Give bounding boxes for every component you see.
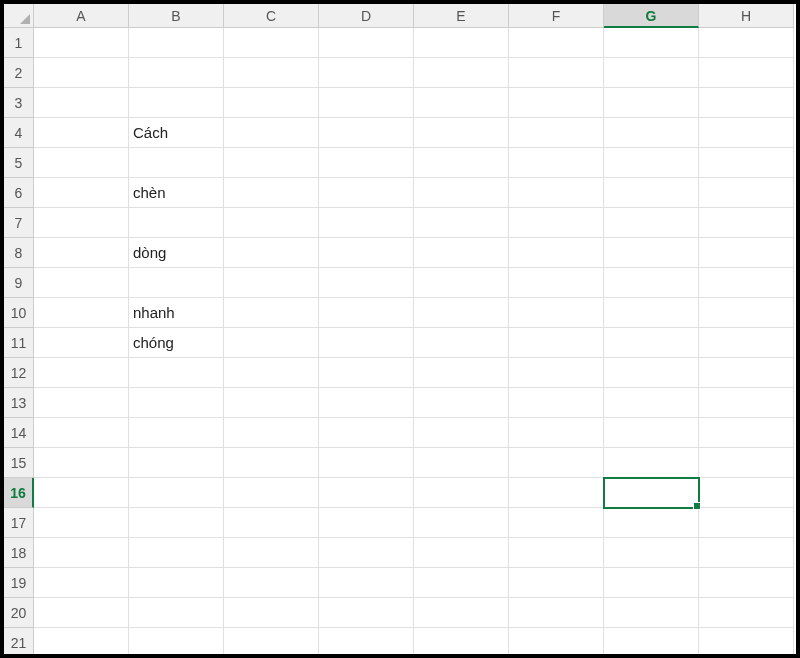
cell-g19[interactable] <box>604 568 699 598</box>
cell-d7[interactable] <box>319 208 414 238</box>
cell-d19[interactable] <box>319 568 414 598</box>
row-header-9[interactable]: 9 <box>4 268 34 298</box>
cell-e2[interactable] <box>414 58 509 88</box>
cell-d13[interactable] <box>319 388 414 418</box>
cell-h20[interactable] <box>699 598 794 628</box>
cell-a6[interactable] <box>34 178 129 208</box>
cell-g17[interactable] <box>604 508 699 538</box>
cell-f16[interactable] <box>509 478 604 508</box>
cell-h13[interactable] <box>699 388 794 418</box>
cell-d9[interactable] <box>319 268 414 298</box>
row-header-3[interactable]: 3 <box>4 88 34 118</box>
cell-c8[interactable] <box>224 238 319 268</box>
cell-a10[interactable] <box>34 298 129 328</box>
cell-e7[interactable] <box>414 208 509 238</box>
cell-b21[interactable] <box>129 628 224 658</box>
column-header-a[interactable]: A <box>34 4 129 28</box>
row-header-6[interactable]: 6 <box>4 178 34 208</box>
cell-c5[interactable] <box>224 148 319 178</box>
row-header-7[interactable]: 7 <box>4 208 34 238</box>
cell-b18[interactable] <box>129 538 224 568</box>
row-header-11[interactable]: 11 <box>4 328 34 358</box>
row-header-14[interactable]: 14 <box>4 418 34 448</box>
cell-b10[interactable]: nhanh <box>129 298 224 328</box>
cell-a17[interactable] <box>34 508 129 538</box>
cell-e16[interactable] <box>414 478 509 508</box>
cell-h12[interactable] <box>699 358 794 388</box>
cell-f11[interactable] <box>509 328 604 358</box>
cell-b20[interactable] <box>129 598 224 628</box>
cell-b6[interactable]: chèn <box>129 178 224 208</box>
cell-f3[interactable] <box>509 88 604 118</box>
cell-d18[interactable] <box>319 538 414 568</box>
cell-d3[interactable] <box>319 88 414 118</box>
cell-e8[interactable] <box>414 238 509 268</box>
cell-b9[interactable] <box>129 268 224 298</box>
cell-g8[interactable] <box>604 238 699 268</box>
cell-a2[interactable] <box>34 58 129 88</box>
cell-d4[interactable] <box>319 118 414 148</box>
cell-c10[interactable] <box>224 298 319 328</box>
cell-e13[interactable] <box>414 388 509 418</box>
cell-h2[interactable] <box>699 58 794 88</box>
row-header-18[interactable]: 18 <box>4 538 34 568</box>
row-header-5[interactable]: 5 <box>4 148 34 178</box>
cell-a9[interactable] <box>34 268 129 298</box>
cell-b8[interactable]: dòng <box>129 238 224 268</box>
cell-g9[interactable] <box>604 268 699 298</box>
cell-a16[interactable] <box>34 478 129 508</box>
cell-f2[interactable] <box>509 58 604 88</box>
cell-d11[interactable] <box>319 328 414 358</box>
cell-b11[interactable]: chóng <box>129 328 224 358</box>
row-header-17[interactable]: 17 <box>4 508 34 538</box>
cell-b7[interactable] <box>129 208 224 238</box>
cell-a13[interactable] <box>34 388 129 418</box>
cell-a8[interactable] <box>34 238 129 268</box>
cell-d12[interactable] <box>319 358 414 388</box>
cell-f9[interactable] <box>509 268 604 298</box>
column-header-g[interactable]: G <box>604 4 699 28</box>
cell-e11[interactable] <box>414 328 509 358</box>
cell-f8[interactable] <box>509 238 604 268</box>
cell-a4[interactable] <box>34 118 129 148</box>
cell-g4[interactable] <box>604 118 699 148</box>
cell-h1[interactable] <box>699 28 794 58</box>
cell-e14[interactable] <box>414 418 509 448</box>
row-header-15[interactable]: 15 <box>4 448 34 478</box>
row-header-1[interactable]: 1 <box>4 28 34 58</box>
cell-d21[interactable] <box>319 628 414 658</box>
cell-c12[interactable] <box>224 358 319 388</box>
column-header-e[interactable]: E <box>414 4 509 28</box>
cell-e4[interactable] <box>414 118 509 148</box>
cell-d14[interactable] <box>319 418 414 448</box>
cell-g21[interactable] <box>604 628 699 658</box>
cell-b14[interactable] <box>129 418 224 448</box>
cell-f1[interactable] <box>509 28 604 58</box>
column-header-c[interactable]: C <box>224 4 319 28</box>
cell-d16[interactable] <box>319 478 414 508</box>
cell-d15[interactable] <box>319 448 414 478</box>
cell-d17[interactable] <box>319 508 414 538</box>
cell-h16[interactable] <box>699 478 794 508</box>
cell-h19[interactable] <box>699 568 794 598</box>
cell-g3[interactable] <box>604 88 699 118</box>
cell-e20[interactable] <box>414 598 509 628</box>
cell-g16[interactable] <box>604 478 699 508</box>
column-header-b[interactable]: B <box>129 4 224 28</box>
cell-h4[interactable] <box>699 118 794 148</box>
row-header-10[interactable]: 10 <box>4 298 34 328</box>
column-header-f[interactable]: F <box>509 4 604 28</box>
cell-a5[interactable] <box>34 148 129 178</box>
cell-e17[interactable] <box>414 508 509 538</box>
row-header-21[interactable]: 21 <box>4 628 34 658</box>
cell-g11[interactable] <box>604 328 699 358</box>
cell-c11[interactable] <box>224 328 319 358</box>
cell-g18[interactable] <box>604 538 699 568</box>
cell-g14[interactable] <box>604 418 699 448</box>
cell-e3[interactable] <box>414 88 509 118</box>
cell-d6[interactable] <box>319 178 414 208</box>
cell-e5[interactable] <box>414 148 509 178</box>
cell-h17[interactable] <box>699 508 794 538</box>
cell-d10[interactable] <box>319 298 414 328</box>
cell-c17[interactable] <box>224 508 319 538</box>
